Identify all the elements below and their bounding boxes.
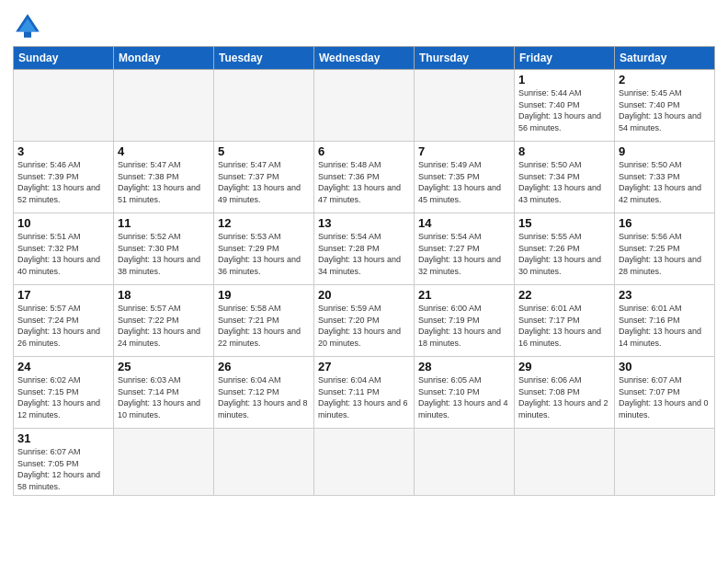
day-info: Sunrise: 5:48 AM Sunset: 7:36 PM Dayligh… — [318, 159, 410, 205]
calendar-day-cell: 24Sunrise: 6:02 AM Sunset: 7:15 PM Dayli… — [14, 357, 114, 429]
calendar-week-row: 1Sunrise: 5:44 AM Sunset: 7:40 PM Daylig… — [14, 70, 715, 142]
day-number: 15 — [518, 216, 610, 230]
col-friday: Friday — [515, 47, 615, 70]
day-info: Sunrise: 5:47 AM Sunset: 7:38 PM Dayligh… — [118, 159, 210, 205]
calendar-day-cell: 5Sunrise: 5:47 AM Sunset: 7:37 PM Daylig… — [214, 142, 314, 213]
calendar-day-cell: 21Sunrise: 6:00 AM Sunset: 7:19 PM Dayli… — [415, 285, 515, 357]
calendar-day-cell: 26Sunrise: 6:04 AM Sunset: 7:12 PM Dayli… — [214, 357, 314, 429]
day-number: 14 — [418, 216, 510, 230]
page: Sunday Monday Tuesday Wednesday Thursday… — [0, 0, 728, 563]
day-number: 30 — [619, 360, 711, 373]
day-info: Sunrise: 5:56 AM Sunset: 7:25 PM Dayligh… — [619, 231, 711, 277]
day-info: Sunrise: 5:45 AM Sunset: 7:40 PM Dayligh… — [619, 87, 711, 133]
calendar-day-cell: 17Sunrise: 5:57 AM Sunset: 7:24 PM Dayli… — [14, 285, 114, 357]
day-info: Sunrise: 6:01 AM Sunset: 7:16 PM Dayligh… — [619, 303, 711, 349]
calendar-day-cell: 28Sunrise: 6:05 AM Sunset: 7:10 PM Dayli… — [415, 357, 515, 429]
day-info: Sunrise: 5:57 AM Sunset: 7:24 PM Dayligh… — [17, 303, 109, 349]
col-saturday: Saturday — [615, 47, 715, 70]
calendar-week-row: 3Sunrise: 5:46 AM Sunset: 7:39 PM Daylig… — [14, 142, 715, 213]
calendar-day-cell: 11Sunrise: 5:52 AM Sunset: 7:30 PM Dayli… — [114, 213, 214, 285]
calendar-day-cell: 8Sunrise: 5:50 AM Sunset: 7:34 PM Daylig… — [515, 142, 615, 213]
calendar-day-cell: 23Sunrise: 6:01 AM Sunset: 7:16 PM Dayli… — [615, 285, 715, 357]
calendar-day-cell — [214, 429, 314, 496]
calendar-day-cell: 15Sunrise: 5:55 AM Sunset: 7:26 PM Dayli… — [515, 213, 615, 285]
day-number: 13 — [318, 216, 410, 230]
calendar-day-cell: 29Sunrise: 6:06 AM Sunset: 7:08 PM Dayli… — [515, 357, 615, 429]
day-info: Sunrise: 5:50 AM Sunset: 7:34 PM Dayligh… — [518, 159, 610, 205]
day-number: 20 — [318, 288, 410, 302]
day-number: 18 — [118, 288, 210, 302]
day-info: Sunrise: 5:47 AM Sunset: 7:37 PM Dayligh… — [218, 159, 310, 205]
col-thursday: Thursday — [415, 47, 515, 70]
day-number: 27 — [318, 360, 410, 373]
day-info: Sunrise: 5:58 AM Sunset: 7:21 PM Dayligh… — [218, 303, 310, 349]
col-sunday: Sunday — [14, 47, 114, 70]
calendar-day-cell: 14Sunrise: 5:54 AM Sunset: 7:27 PM Dayli… — [415, 213, 515, 285]
calendar-table: Sunday Monday Tuesday Wednesday Thursday… — [13, 46, 715, 496]
day-number: 11 — [118, 216, 210, 230]
day-number: 28 — [418, 360, 510, 373]
day-info: Sunrise: 5:55 AM Sunset: 7:26 PM Dayligh… — [518, 231, 610, 277]
day-number: 4 — [118, 144, 210, 158]
day-info: Sunrise: 6:01 AM Sunset: 7:17 PM Dayligh… — [518, 303, 610, 349]
day-info: Sunrise: 6:03 AM Sunset: 7:14 PM Dayligh… — [118, 374, 210, 420]
calendar-day-cell: 3Sunrise: 5:46 AM Sunset: 7:39 PM Daylig… — [14, 142, 114, 213]
calendar-week-row: 24Sunrise: 6:02 AM Sunset: 7:15 PM Dayli… — [14, 357, 715, 429]
day-number: 31 — [17, 431, 109, 445]
day-info: Sunrise: 5:50 AM Sunset: 7:33 PM Dayligh… — [619, 159, 711, 205]
day-info: Sunrise: 5:52 AM Sunset: 7:30 PM Dayligh… — [118, 231, 210, 277]
col-wednesday: Wednesday — [314, 47, 415, 70]
calendar-day-cell — [415, 70, 515, 142]
day-number: 1 — [518, 73, 610, 86]
day-info: Sunrise: 5:51 AM Sunset: 7:32 PM Dayligh… — [17, 231, 109, 277]
day-info: Sunrise: 6:07 AM Sunset: 7:05 PM Dayligh… — [17, 446, 109, 492]
calendar-day-cell: 4Sunrise: 5:47 AM Sunset: 7:38 PM Daylig… — [114, 142, 214, 213]
day-info: Sunrise: 5:54 AM Sunset: 7:28 PM Dayligh… — [318, 231, 410, 277]
calendar-day-cell: 12Sunrise: 5:53 AM Sunset: 7:29 PM Dayli… — [214, 213, 314, 285]
calendar-day-cell — [515, 429, 615, 496]
day-number: 19 — [218, 288, 310, 302]
calendar-day-cell: 18Sunrise: 5:57 AM Sunset: 7:22 PM Dayli… — [114, 285, 214, 357]
day-number: 29 — [518, 360, 610, 373]
calendar-week-row: 17Sunrise: 5:57 AM Sunset: 7:24 PM Dayli… — [14, 285, 715, 357]
calendar-day-cell: 31Sunrise: 6:07 AM Sunset: 7:05 PM Dayli… — [14, 429, 114, 496]
calendar-header-row: Sunday Monday Tuesday Wednesday Thursday… — [14, 47, 715, 70]
calendar-week-row: 10Sunrise: 5:51 AM Sunset: 7:32 PM Dayli… — [14, 213, 715, 285]
day-info: Sunrise: 6:06 AM Sunset: 7:08 PM Dayligh… — [518, 374, 610, 420]
day-number: 8 — [518, 144, 610, 158]
day-info: Sunrise: 6:04 AM Sunset: 7:11 PM Dayligh… — [318, 374, 410, 420]
day-number: 5 — [218, 144, 310, 158]
day-number: 23 — [619, 288, 711, 302]
header — [13, 9, 715, 40]
day-number: 21 — [418, 288, 510, 302]
calendar-day-cell: 6Sunrise: 5:48 AM Sunset: 7:36 PM Daylig… — [314, 142, 415, 213]
svg-rect-2 — [24, 31, 31, 37]
day-number: 22 — [518, 288, 610, 302]
calendar-day-cell — [314, 70, 415, 142]
calendar-day-cell — [214, 70, 314, 142]
calendar-day-cell: 2Sunrise: 5:45 AM Sunset: 7:40 PM Daylig… — [615, 70, 715, 142]
day-info: Sunrise: 5:44 AM Sunset: 7:40 PM Dayligh… — [518, 87, 610, 133]
calendar-day-cell: 20Sunrise: 5:59 AM Sunset: 7:20 PM Dayli… — [314, 285, 415, 357]
day-info: Sunrise: 5:54 AM Sunset: 7:27 PM Dayligh… — [418, 231, 510, 277]
calendar-day-cell — [314, 429, 415, 496]
calendar-day-cell: 10Sunrise: 5:51 AM Sunset: 7:32 PM Dayli… — [14, 213, 114, 285]
calendar-day-cell: 19Sunrise: 5:58 AM Sunset: 7:21 PM Dayli… — [214, 285, 314, 357]
day-number: 3 — [17, 144, 109, 158]
calendar-day-cell — [415, 429, 515, 496]
calendar-week-row: 31Sunrise: 6:07 AM Sunset: 7:05 PM Dayli… — [14, 429, 715, 496]
calendar-day-cell: 1Sunrise: 5:44 AM Sunset: 7:40 PM Daylig… — [515, 70, 615, 142]
calendar-day-cell: 7Sunrise: 5:49 AM Sunset: 7:35 PM Daylig… — [415, 142, 515, 213]
day-info: Sunrise: 6:05 AM Sunset: 7:10 PM Dayligh… — [418, 374, 510, 420]
day-info: Sunrise: 6:07 AM Sunset: 7:07 PM Dayligh… — [619, 374, 711, 420]
calendar-day-cell: 27Sunrise: 6:04 AM Sunset: 7:11 PM Dayli… — [314, 357, 415, 429]
col-tuesday: Tuesday — [214, 47, 314, 70]
day-number: 26 — [218, 360, 310, 373]
day-number: 24 — [17, 360, 109, 373]
day-number: 12 — [218, 216, 310, 230]
day-info: Sunrise: 5:53 AM Sunset: 7:29 PM Dayligh… — [218, 231, 310, 277]
day-info: Sunrise: 6:02 AM Sunset: 7:15 PM Dayligh… — [17, 374, 109, 420]
calendar-day-cell: 13Sunrise: 5:54 AM Sunset: 7:28 PM Dayli… — [314, 213, 415, 285]
col-monday: Monday — [114, 47, 214, 70]
calendar-day-cell: 22Sunrise: 6:01 AM Sunset: 7:17 PM Dayli… — [515, 285, 615, 357]
